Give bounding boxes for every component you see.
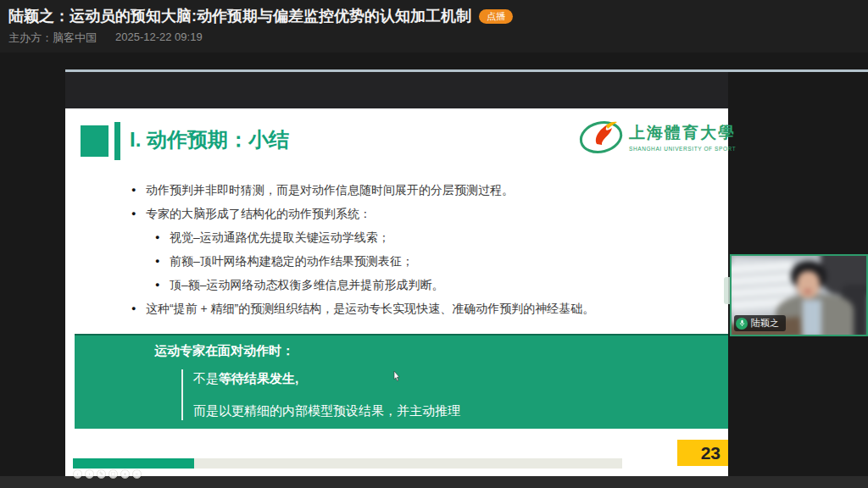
highlight-heading: 运动专家在面对动作时： bbox=[154, 343, 294, 359]
next-icon[interactable]: › bbox=[85, 469, 94, 479]
viewer-controls: ‹ › ✎ ▢ + − bbox=[73, 469, 142, 479]
slide-bullet-list: 动作预判并非即时猜测，而是对动作信息随时间展开的分层预测过程。 专家的大脑形成了… bbox=[131, 178, 716, 320]
title-accent-bar bbox=[114, 122, 120, 160]
highlight-divider bbox=[181, 369, 183, 420]
highlight-box: 运动专家在面对动作时： 不是等待结果发生, 而是以更精细的内部模型预设结果，并主… bbox=[75, 334, 728, 429]
presentation-slide[interactable]: I. 动作预期：小结 上海體育大學 SHANGHAI UNIVERSITY OF… bbox=[65, 108, 728, 476]
slide-letterbox bbox=[65, 72, 728, 108]
bullet-item: 这种“提前 + 精细”的预测组织结构，是运动专长实现快速、准确动作预判的神经基础… bbox=[131, 297, 716, 320]
webinar-title: 陆颖之：运动员的预知大脑:动作预期与偏差监控优势的认知加工机制 bbox=[8, 6, 471, 26]
vod-badge: 点播 bbox=[479, 9, 513, 24]
webcam-panel[interactable]: 陆颖之 bbox=[730, 254, 868, 336]
pen-icon[interactable]: ✎ bbox=[97, 469, 106, 479]
slide-progress-fill bbox=[73, 458, 194, 469]
slide-progress-track[interactable] bbox=[73, 458, 622, 469]
university-emblem-icon bbox=[578, 117, 624, 156]
university-name-en: SHANGHAI UNIVERSITY OF SPORT bbox=[629, 146, 736, 152]
microphone-icon bbox=[736, 318, 748, 330]
mouse-cursor bbox=[393, 371, 400, 381]
speaker-name-tag: 陆颖之 bbox=[734, 315, 786, 331]
bullet-subitem: 前额–顶叶网络构建稳定的动作结果预测表征； bbox=[155, 249, 716, 273]
shapes-icon[interactable]: ▢ bbox=[108, 469, 118, 479]
zoom-in-icon[interactable]: + bbox=[120, 469, 130, 479]
host-label: 主办方：脑客中国 bbox=[8, 30, 97, 46]
highlight-line-2: 而是以更精细的内部模型预设结果，并主动推理 bbox=[193, 403, 460, 419]
speaker-name: 陆颖之 bbox=[751, 317, 779, 330]
slide-section-title: I. 动作预期：小结 bbox=[130, 126, 289, 153]
bullet-subitem: 顶–额–运动网络动态权衡多维信息并提前形成判断。 bbox=[155, 273, 716, 297]
university-logo: 上海體育大學 SHANGHAI UNIVERSITY OF SPORT bbox=[578, 117, 722, 166]
bullet-item: 动作预判并非即时猜测，而是对动作信息随时间展开的分层预测过程。 bbox=[131, 178, 716, 202]
minimize-icon[interactable]: − bbox=[132, 469, 142, 479]
university-name-cn: 上海體育大學 bbox=[629, 122, 736, 144]
highlight-line-1: 不是等待结果发生, bbox=[193, 371, 298, 387]
page-number-badge: 23 bbox=[677, 440, 728, 466]
session-datetime: 2025-12-22 09:19 bbox=[115, 30, 203, 46]
title-accent-square bbox=[81, 125, 108, 157]
webinar-header: 陆颖之：运动员的预知大脑:动作预期与偏差监控优势的认知加工机制 点播 主办方：脑… bbox=[0, 0, 868, 53]
bullet-subitem: 视觉–运动通路优先提取关键运动学线索； bbox=[155, 225, 716, 249]
bullet-item: 专家的大脑形成了结构化的动作预判系统： bbox=[131, 202, 716, 225]
prev-icon[interactable]: ‹ bbox=[73, 469, 82, 479]
